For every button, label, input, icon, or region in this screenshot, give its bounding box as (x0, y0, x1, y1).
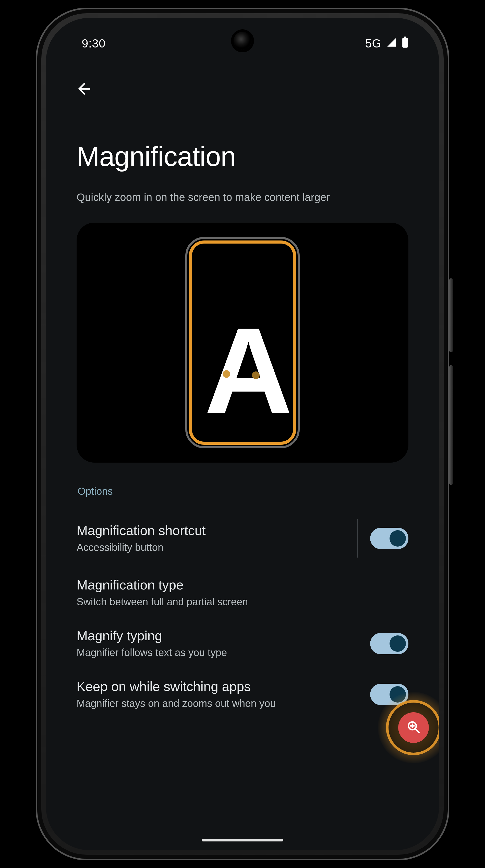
option-magnification-shortcut[interactable]: Magnification shortcut Accessibility but… (76, 511, 409, 569)
accessibility-button[interactable] (398, 712, 429, 743)
option-magnify-typing[interactable]: Magnify typing Magnifier follows text as… (76, 620, 409, 671)
status-network-label: 5G (365, 36, 381, 50)
status-time: 9:30 (82, 36, 106, 50)
status-bar: 9:30 5G (46, 28, 439, 59)
arrow-back-icon (75, 80, 93, 99)
svg-line-3 (415, 729, 419, 733)
option-title: Magnification shortcut (76, 523, 345, 538)
volume-button (449, 365, 453, 485)
page-title: Magnification (76, 141, 409, 172)
nav-handle[interactable] (202, 839, 283, 841)
section-label: Options (77, 486, 409, 497)
battery-icon (402, 36, 409, 51)
hero-glyph: A (204, 328, 288, 413)
hero-phone-illustration: A (189, 241, 296, 445)
hero-dot-icon (252, 371, 260, 379)
svg-rect-1 (404, 36, 407, 38)
screen: 9:30 5G Magnification (46, 18, 439, 850)
hero-card: A (76, 223, 409, 463)
accessibility-button-highlight (378, 692, 439, 763)
svg-rect-0 (402, 37, 408, 48)
option-desc: Magnifier stays on and zooms out when yo… (76, 697, 360, 710)
option-desc: Magnifier follows text as you type (76, 646, 360, 659)
option-title: Magnification type (76, 577, 398, 592)
power-button (449, 278, 453, 352)
option-keep-on-switching-apps[interactable]: Keep on while switching apps Magnifier s… (76, 671, 409, 710)
toggle-magnification-shortcut[interactable] (370, 528, 409, 549)
option-desc: Accessibility button (76, 541, 345, 554)
zoom-in-icon (407, 720, 421, 735)
option-desc: Switch between full and partial screen (76, 595, 398, 608)
page-subtitle: Quickly zoom in on the screen to make co… (76, 190, 409, 205)
hero-dot-icon (223, 370, 230, 378)
back-button[interactable] (71, 76, 97, 102)
option-magnification-type[interactable]: Magnification type Switch between full a… (76, 569, 409, 620)
toggle-magnify-typing[interactable] (370, 633, 409, 654)
signal-icon (386, 36, 397, 50)
option-title: Keep on while switching apps (76, 679, 360, 694)
phone-frame: 9:30 5G Magnification (36, 8, 449, 860)
divider (357, 519, 358, 558)
option-title: Magnify typing (76, 628, 360, 643)
